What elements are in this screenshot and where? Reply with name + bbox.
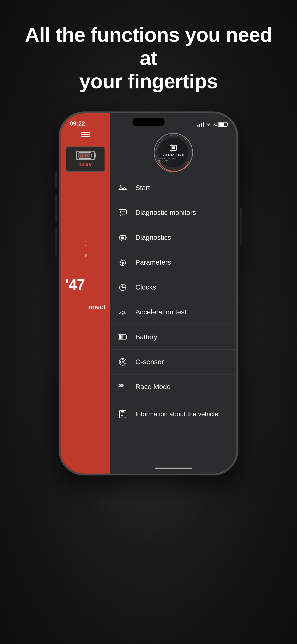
- svg-rect-14: [118, 189, 127, 190]
- start-icon: [117, 184, 128, 191]
- menu-item-clocks[interactable]: Clocks: [110, 275, 236, 300]
- menu-item-diagnostics[interactable]: Diagnostics: [110, 225, 236, 250]
- volume-down-button: [55, 229, 57, 256]
- connect-button[interactable]: nnect: [60, 298, 110, 316]
- battery-widget-icon: 12.9V: [76, 151, 95, 160]
- menu-item-parameters[interactable]: Parameters: [110, 250, 236, 275]
- indicator-dots: [85, 241, 86, 246]
- svg-rect-81: [121, 410, 124, 412]
- acceleration-test-icon: [117, 308, 128, 316]
- menu-item-acceleration-test[interactable]: Acceleration test: [110, 300, 236, 325]
- svg-rect-15: [120, 185, 121, 186]
- diagnostics-label: Diagnostics: [136, 234, 171, 242]
- svg-point-17: [120, 211, 121, 212]
- clocks-icon: [117, 284, 128, 291]
- g-sensor-icon: [117, 358, 128, 366]
- menu-item-g-sensor[interactable]: G-sensor: [110, 350, 236, 374]
- logo-circle: SDPROG® SMART DRIVER PROGRAM: [154, 133, 193, 172]
- svg-text:12.9V: 12.9V: [80, 154, 88, 157]
- svg-rect-22: [119, 237, 120, 238]
- svg-rect-50: [122, 335, 123, 338]
- race-mode-icon: [117, 383, 128, 390]
- svg-rect-18: [122, 212, 125, 212]
- app-logo: SDPROG® SMART DRIVER PROGRAM: [153, 132, 194, 173]
- main-menu-panel: SDPROG® SMART DRIVER PROGRAM: [110, 113, 236, 474]
- svg-line-45: [124, 313, 125, 314]
- menu-item-diagnostic-monitors[interactable]: Diagnostic monitors: [110, 200, 236, 225]
- svg-rect-73: [121, 386, 122, 387]
- battery-widget: 12.9V 12.9V: [66, 146, 105, 172]
- start-label: Start: [136, 184, 150, 192]
- svg-point-29: [122, 262, 124, 264]
- phone-frame: 09:22: [59, 112, 238, 476]
- race-mode-label: Race Mode: [136, 383, 170, 391]
- svg-rect-65: [122, 384, 124, 385]
- svg-rect-62: [120, 384, 121, 385]
- svg-rect-49: [119, 335, 122, 338]
- menu-item-vehicle-info[interactable]: Information about the vehicle: [110, 400, 236, 429]
- clocks-label: Clocks: [136, 283, 156, 291]
- svg-rect-32: [120, 262, 121, 263]
- svg-rect-30: [122, 260, 123, 261]
- diagnostics-icon: [117, 234, 128, 241]
- svg-rect-23: [126, 237, 127, 238]
- svg-rect-68: [121, 385, 122, 386]
- home-indicator: [155, 468, 192, 469]
- svg-rect-21: [121, 236, 124, 239]
- svg-rect-33: [124, 262, 126, 263]
- menu-item-race-mode[interactable]: Race Mode: [110, 374, 236, 400]
- battery-menu-icon: [117, 334, 128, 340]
- wifi-icon: [206, 122, 211, 127]
- svg-rect-31: [122, 264, 123, 265]
- hamburger-menu[interactable]: [81, 132, 90, 137]
- svg-line-44: [121, 313, 121, 314]
- svg-rect-64: [122, 384, 122, 385]
- g-sensor-label: G-sensor: [136, 358, 164, 366]
- vehicle-info-icon: [117, 410, 128, 418]
- menu-item-start[interactable]: Start: [110, 176, 236, 200]
- svg-rect-75: [122, 386, 124, 387]
- volume-mute-button: [55, 171, 57, 188]
- parameters-icon: [117, 259, 128, 266]
- trademark-symbol: ®: [84, 253, 87, 258]
- svg-rect-48: [126, 336, 127, 338]
- svg-point-56: [122, 362, 123, 362]
- svg-rect-69: [122, 385, 122, 386]
- svg-rect-63: [121, 384, 122, 385]
- diagnostic-monitors-icon: [117, 209, 128, 216]
- headline-line2: your fingertips: [79, 70, 218, 92]
- status-icons: 61: [197, 122, 227, 127]
- battery-voltage-value: 12.9V: [79, 162, 92, 168]
- number-display: '47: [60, 276, 85, 293]
- phone-screen: 09:22: [60, 113, 236, 474]
- acceleration-test-label: Acceleration test: [136, 308, 186, 316]
- headline-line1: All the functions you need at: [25, 23, 272, 69]
- diagnostic-monitors-label: Diagnostic monitors: [136, 209, 196, 216]
- navigation-menu: Start Diagnos: [110, 176, 236, 474]
- power-button: [240, 208, 242, 245]
- signal-icon: [197, 122, 204, 127]
- svg-rect-67: [120, 385, 121, 386]
- vehicle-info-label: Information about the vehicle: [136, 410, 218, 418]
- svg-rect-72: [120, 386, 121, 387]
- svg-rect-1: [91, 154, 92, 156]
- battery-status-icon: 61: [213, 122, 227, 127]
- headline: All the functions you need at your finge…: [0, 23, 297, 93]
- dynamic-island: [132, 118, 164, 126]
- menu-item-battery[interactable]: Battery: [110, 325, 236, 350]
- left-panel: 12.9V 12.9V ® '47 nnect: [60, 113, 110, 474]
- status-time: 09:22: [70, 120, 85, 127]
- connect-label: nnect: [88, 303, 106, 311]
- phone-mockup: 09:22: [59, 112, 238, 476]
- battery-percent-text: 61: [213, 122, 217, 127]
- svg-rect-70: [122, 385, 124, 386]
- parameters-label: Parameters: [136, 258, 171, 266]
- battery-label: Battery: [136, 333, 157, 341]
- svg-rect-74: [122, 386, 122, 387]
- svg-rect-34: [121, 259, 122, 260]
- volume-up-button: [55, 194, 57, 222]
- svg-point-38: [122, 287, 123, 288]
